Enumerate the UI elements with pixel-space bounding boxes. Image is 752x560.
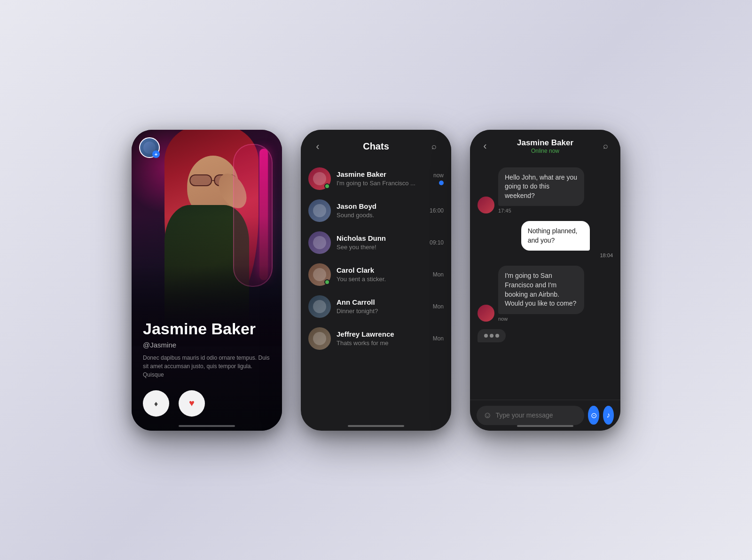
message-text: Nothing planned, and you? [521, 221, 590, 251]
search-icon: ⌕ [431, 142, 437, 151]
unread-indicator [439, 181, 444, 185]
back-button[interactable]: ‹ [310, 139, 325, 154]
profile-bio: Donec dapibus mauris id odio ornare temp… [143, 354, 271, 379]
chat-content: Jason Boyd Sound goods. [337, 202, 424, 219]
avatar [308, 295, 331, 318]
message-time: Mon [433, 271, 444, 278]
message-input-wrap: ☺ [477, 406, 584, 425]
message-bubble: Nothing planned, and you? 18:04 [521, 221, 613, 258]
chats-title: Chats [363, 141, 389, 152]
profile-name: Jasmine Baker [143, 320, 271, 338]
search-button[interactable]: ⌕ [427, 139, 442, 154]
typing-row [478, 329, 613, 342]
message-row: Hello John, what are you going to do thi… [478, 167, 613, 214]
bookmark-icon: ⬧ [153, 398, 159, 409]
contact-name: Ann Carroll [337, 298, 427, 306]
chat-item-nicholas[interactable]: Nicholas Dunn See you there! 09:10 [301, 227, 451, 259]
message-bubble: Hello John, what are you going to do thi… [498, 167, 613, 214]
contact-name: Jasmine Baker [497, 138, 593, 148]
message-preview: See you there! [337, 244, 424, 251]
message-row: Nothing planned, and you? 18:04 [478, 221, 613, 258]
camera-button[interactable]: ⊙ [588, 406, 599, 425]
chat-detail-title: Jasmine Baker Online now [497, 138, 593, 154]
phone-chat-detail: ‹ Jasmine Baker Online now ⌕ Hello John,… [470, 130, 620, 431]
avatar [308, 231, 331, 254]
camera-icon: ⊙ [591, 411, 597, 420]
chat-item-jason[interactable]: Jason Boyd Sound goods. 16:00 [301, 195, 451, 227]
profile-handle: @Jasmine [143, 341, 271, 349]
message-text: I'm going to San Francisco and I'm booki… [498, 266, 584, 314]
chat-meta: 09:10 [430, 239, 444, 246]
chat-list: Jasmine Baker I'm going to San Francisco… [301, 161, 451, 356]
search-button[interactable]: ⌕ [598, 139, 613, 154]
phone-chats: ‹ Chats ⌕ Jasmine Baker I'm going to San… [301, 130, 451, 431]
message-time: 09:10 [430, 239, 444, 246]
chat-item-jeffrey[interactable]: Jeffrey Lawrence Thats works for me Mon [301, 323, 451, 355]
typing-indicator [478, 329, 506, 342]
mic-button[interactable]: ♪ [603, 406, 614, 425]
message-time: now [498, 316, 613, 322]
phone-profile: + Jasmine Baker @Jasmine Donec dapibus m… [132, 130, 282, 431]
heart-icon: ♥ [189, 398, 195, 409]
home-indicator [179, 425, 235, 427]
messages-area: Hello John, what are you going to do thi… [470, 160, 620, 400]
message-time: 18:04 [521, 252, 613, 258]
message-time: Mon [433, 335, 444, 342]
chat-content: Jeffrey Lawrence Thats works for me [337, 330, 427, 347]
message-preview: Thats works for me [337, 339, 427, 347]
typing-dot-2 [490, 334, 494, 338]
message-time: 17:45 [498, 208, 613, 213]
chat-meta: Mon [433, 335, 444, 342]
chat-content: Nicholas Dunn See you there! [337, 234, 424, 251]
chat-content: Carol Clark You sent a sticker. [337, 266, 427, 283]
bookmark-button[interactable]: ⬧ [143, 390, 169, 417]
contact-name: Jason Boyd [337, 202, 424, 210]
chat-content: Jasmine Baker I'm going to San Francisco… [337, 170, 428, 187]
back-button[interactable]: ‹ [478, 139, 493, 154]
typing-dot-3 [495, 334, 499, 338]
contact-name: Carol Clark [337, 266, 427, 274]
avatar [478, 197, 494, 213]
contact-name: Jeffrey Lawrence [337, 330, 427, 338]
message-preview: Dinner tonight? [337, 308, 427, 315]
chats-header: ‹ Chats ⌕ [301, 130, 451, 161]
like-button[interactable]: ♥ [179, 390, 205, 417]
profile-actions: ⬧ ♥ [143, 390, 271, 417]
profile-info-panel: Jasmine Baker @Jasmine Donec dapibus mau… [132, 265, 282, 431]
message-row: I'm going to San Francisco and I'm booki… [478, 266, 613, 321]
chat-item-carol[interactable]: Carol Clark You sent a sticker. Mon [301, 259, 451, 291]
home-indicator [517, 425, 573, 427]
phones-container: + Jasmine Baker @Jasmine Donec dapibus m… [132, 130, 620, 431]
message-text: Hello John, what are you going to do thi… [498, 167, 584, 206]
contact-name: Nicholas Dunn [337, 234, 424, 242]
chat-meta: 16:00 [430, 207, 444, 214]
chat-item-jasmine[interactable]: Jasmine Baker I'm going to San Francisco… [301, 163, 451, 195]
online-status: Online now [497, 148, 593, 154]
message-input[interactable] [495, 411, 578, 419]
add-story-badge[interactable]: + [152, 150, 160, 158]
chat-content: Ann Carroll Dinner tonight? [337, 298, 427, 315]
message-time: now [433, 172, 444, 179]
message-time: Mon [433, 303, 444, 310]
avatar [308, 327, 331, 350]
message-preview: Sound goods. [337, 212, 424, 219]
chat-detail-header: ‹ Jasmine Baker Online now ⌕ [470, 130, 620, 160]
typing-dot-1 [484, 334, 488, 338]
avatar [308, 263, 331, 286]
avatar [308, 167, 331, 190]
back-icon: ‹ [316, 141, 319, 153]
home-indicator [348, 425, 404, 427]
avatar [308, 199, 331, 222]
chat-item-ann[interactable]: Ann Carroll Dinner tonight? Mon [301, 291, 451, 323]
contact-name: Jasmine Baker [337, 170, 428, 178]
mic-icon: ♪ [606, 411, 610, 419]
chat-meta: Mon [433, 303, 444, 310]
message-time: 16:00 [430, 207, 444, 214]
message-preview: I'm going to San Francisco ... [337, 180, 428, 187]
online-indicator [324, 183, 330, 189]
back-icon: ‹ [483, 140, 486, 152]
message-preview: You sent a sticker. [337, 276, 427, 283]
emoji-button[interactable]: ☺ [483, 410, 492, 420]
chat-meta: now [433, 172, 444, 185]
message-bubble: I'm going to San Francisco and I'm booki… [498, 266, 613, 321]
